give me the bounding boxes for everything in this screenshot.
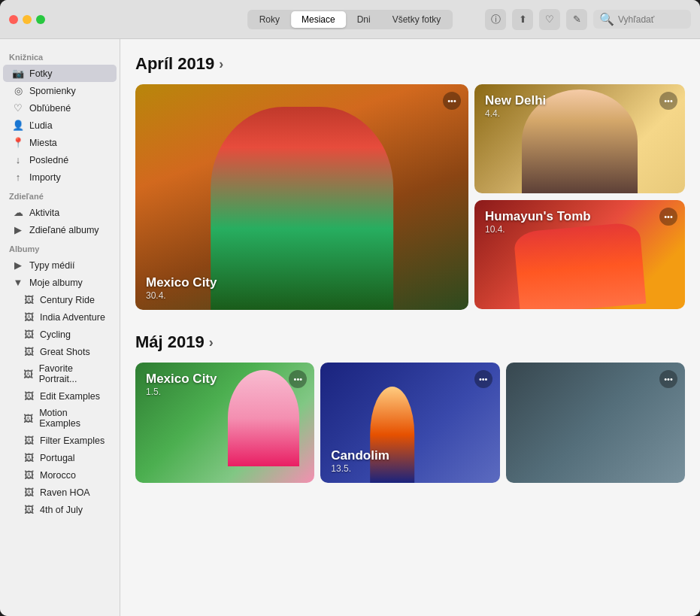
sidebar-motion-examples-label: Motion Examples	[39, 408, 108, 429]
candolim-date: 13.5.	[331, 463, 389, 474]
sidebar-imports-label: Importy	[29, 172, 61, 183]
edit-button[interactable]: ✎	[566, 9, 587, 30]
sidebar-item-favorites[interactable]: ♡ Obľúbené	[3, 99, 117, 117]
sidebar-item-portugal[interactable]: 🖼 Portugal	[3, 449, 117, 466]
sidebar-item-activity[interactable]: ☁ Aktivita	[3, 204, 117, 221]
photo-card-mexico-may[interactable]: Mexico City 1.5. •••	[135, 363, 314, 483]
memories-icon: ◎	[12, 85, 24, 96]
april-header[interactable]: Apríl 2019 ›	[135, 54, 685, 74]
albums-section-label: Albumy	[0, 238, 120, 256]
motion-examples-icon: 🖼	[23, 413, 34, 424]
tab-days[interactable]: Dni	[347, 11, 381, 28]
new-delhi-more-btn[interactable]: •••	[659, 92, 677, 110]
humayun-info: Humayun's Tomb 10.4.	[474, 200, 602, 244]
minimize-button[interactable]	[23, 15, 32, 24]
search-icon: 🔍	[599, 12, 614, 26]
may-third-more-btn[interactable]: •••	[659, 370, 677, 388]
sidebar-item-memories[interactable]: ◎ Spomienky	[3, 82, 117, 99]
places-icon: 📍	[12, 137, 24, 148]
sidebar-item-century-ride[interactable]: 🖼 Century Ride	[3, 291, 117, 308]
sidebar-filter-examples-label: Filter Examples	[40, 435, 105, 446]
morocco-icon: 🖼	[23, 469, 35, 481]
sidebar-item-edit-examples[interactable]: 🖼 Edit Examples	[3, 387, 117, 405]
april-chevron: ›	[219, 56, 223, 72]
raven-hoa-icon: 🖼	[23, 487, 35, 498]
may-chevron: ›	[209, 335, 214, 350]
search-input[interactable]	[618, 14, 685, 25]
my-albums-icon: ▼	[12, 277, 24, 288]
content-area: Knižnica 📷 Fotky ◎ Spomienky ♡ Obľúbené …	[0, 39, 700, 616]
april-section: Apríl 2019 › Mexico City 30.4.	[135, 54, 685, 310]
recent-icon: ↓	[12, 154, 24, 165]
photos-icon: 📷	[12, 68, 24, 79]
sidebar-cycling-label: Cycling	[40, 329, 71, 340]
sidebar-memories-label: Spomienky	[29, 86, 76, 96]
sidebar-recent-label: Posledné	[29, 155, 68, 165]
sidebar-item-cycling[interactable]: 🖼 Cycling	[3, 326, 117, 343]
sidebar-item-media-types[interactable]: ▶ Typy médií	[3, 256, 117, 274]
april-title: Apríl 2019	[135, 54, 214, 74]
sidebar-item-raven-hoa[interactable]: 🖼 Raven HOA	[3, 484, 117, 501]
sidebar-item-recent[interactable]: ↓ Posledné	[3, 151, 117, 168]
new-delhi-info: New Delhi 4.4.	[474, 84, 556, 128]
close-button[interactable]	[9, 15, 18, 24]
sidebar-item-my-albums[interactable]: ▼ Moje albumy	[3, 274, 117, 291]
photo-card-humayun[interactable]: Humayun's Tomb 10.4. •••	[474, 200, 685, 309]
candolim-info: Candolim 13.5.	[320, 439, 399, 483]
mexico-may-title: Mexico City	[146, 372, 217, 387]
sidebar-places-label: Miesta	[29, 138, 57, 148]
mexico-may-date: 1.5.	[146, 387, 217, 397]
great-shots-icon: 🖼	[23, 346, 35, 357]
sidebar-people-label: Ľudia	[29, 120, 53, 131]
sidebar-item-places[interactable]: 📍 Miesta	[3, 134, 117, 151]
photo-card-candolim[interactable]: Candolim 13.5. •••	[320, 363, 499, 483]
mexico-large-more-btn[interactable]: •••	[443, 92, 461, 110]
photo-main: Apríl 2019 › Mexico City 30.4.	[120, 39, 700, 616]
sidebar-item-filter-examples[interactable]: 🖼 Filter Examples	[3, 432, 117, 449]
photo-card-may-third[interactable]: •••	[506, 363, 685, 483]
shared-section-label: Zdieľané	[0, 186, 120, 204]
tab-months[interactable]: Mesiace	[291, 11, 346, 28]
sidebar-item-imports[interactable]: ↑ Importy	[3, 168, 117, 186]
info-button[interactable]: ⓘ	[485, 9, 506, 30]
traffic-lights	[9, 15, 45, 24]
photo-card-mexico-large[interactable]: Mexico City 30.4. •••	[135, 84, 468, 310]
edit-examples-icon: 🖼	[23, 390, 35, 402]
heart-button[interactable]: ♡	[539, 9, 560, 30]
sidebar-item-photos[interactable]: 📷 Fotky	[3, 65, 117, 82]
mexico-large-info: Mexico City 30.4.	[135, 266, 227, 310]
mexico-large-title: Mexico City	[146, 275, 217, 290]
activity-icon: ☁	[12, 207, 24, 218]
sidebar-edit-examples-label: Edit Examples	[40, 391, 100, 402]
portugal-icon: 🖼	[23, 452, 35, 463]
sidebar-favorite-portraits-label: Favorite Portrait...	[39, 363, 108, 384]
tab-all[interactable]: Všetky fotky	[382, 11, 452, 28]
humayun-title: Humayun's Tomb	[485, 209, 591, 224]
sidebar-item-favorite-portraits[interactable]: 🖼 Favorite Portrait...	[3, 360, 117, 387]
share-button[interactable]: ⬆	[512, 9, 533, 30]
candolim-title: Candolim	[331, 448, 389, 463]
sidebar-item-people[interactable]: 👤 Ľudia	[3, 117, 117, 134]
favorite-portraits-icon: 🖼	[23, 369, 34, 380]
may-header[interactable]: Máj 2019 ›	[135, 332, 685, 352]
sidebar-item-great-shots[interactable]: 🖼 Great Shots	[3, 343, 117, 360]
maximize-button[interactable]	[36, 15, 45, 24]
april-grid: Mexico City 30.4. ••• New Delhi 4.4.	[135, 84, 685, 310]
sidebar-item-motion-examples[interactable]: 🖼 Motion Examples	[3, 405, 117, 432]
media-types-icon: ▶	[12, 259, 24, 271]
mexico-large-date: 30.4.	[146, 290, 217, 301]
humayun-more-btn[interactable]: •••	[659, 208, 677, 226]
century-ride-icon: 🖼	[23, 294, 35, 305]
sidebar-item-4th-july[interactable]: 🖼 4th of July	[3, 501, 117, 518]
tab-years[interactable]: Roky	[249, 11, 290, 28]
sidebar-great-shots-label: Great Shots	[40, 347, 90, 357]
toolbar-tabs: Roky Mesiace Dni Všetky fotky	[247, 10, 453, 29]
sidebar-item-shared-albums[interactable]: ▶ Zdieľané albumy	[3, 221, 117, 238]
candolim-more-btn[interactable]: •••	[474, 370, 492, 388]
may-title: Máj 2019	[135, 332, 205, 352]
search-box[interactable]: 🔍	[593, 10, 691, 29]
sidebar-item-india-adventure[interactable]: 🖼 India Adventure	[3, 308, 117, 326]
sidebar-item-morocco[interactable]: 🖼 Morocco	[3, 466, 117, 484]
photo-card-new-delhi[interactable]: New Delhi 4.4. •••	[474, 84, 685, 193]
may-grid: Mexico City 1.5. ••• Candolim 13.5.	[135, 363, 685, 483]
